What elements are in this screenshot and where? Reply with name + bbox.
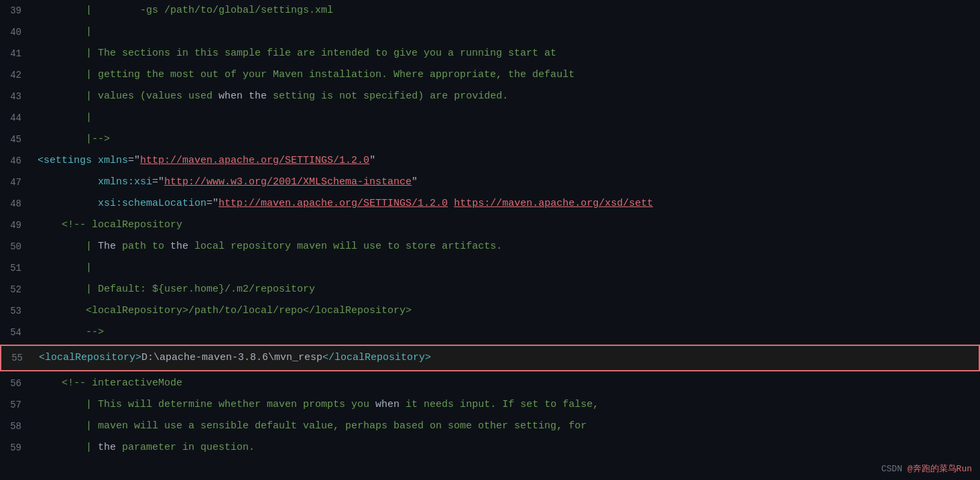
line-content-55: <localRepository>D:\apache-maven-3.8.6\m… [34, 346, 979, 370]
line-number-57: 57 [0, 394, 32, 416]
line-number-47: 47 [0, 172, 32, 193]
line-content-52: | Default: ${user.home}/.m2/repository [32, 279, 980, 300]
line-content-41: | The sections in this sample file are i… [32, 43, 980, 64]
code-line-39: 39 | -gs /path/to/global/settings.xml [0, 0, 980, 21]
line-content-50: | The path to the local repository maven… [32, 236, 980, 257]
code-line-57: 57 | This will determine whether maven p… [0, 394, 980, 416]
code-line-56: 56 <!-- interactiveMode [0, 373, 980, 394]
line-content-45: |--> [32, 129, 980, 150]
line-number-39: 39 [0, 0, 32, 21]
code-line-52: 52 | Default: ${user.home}/.m2/repositor… [0, 279, 980, 300]
watermark-username: @奔跑的菜鸟Run [908, 464, 972, 474]
line-content-47: xmlns:xsi="http://www.w3.org/2001/XMLSch… [32, 172, 980, 193]
code-editor: 39 | -gs /path/to/global/settings.xml 40… [0, 0, 980, 480]
code-line-50: 50 | The path to the local repository ma… [0, 236, 980, 257]
code-line-47: 47 xmlns:xsi="http://www.w3.org/2001/XML… [0, 172, 980, 193]
line-number-53: 53 [0, 300, 32, 322]
line-content-54: --> [32, 322, 980, 343]
code-line-54: 54 --> [0, 322, 980, 343]
code-line-53: 53 <localRepository>/path/to/local/repo<… [0, 300, 980, 322]
line-content-56: <!-- interactiveMode [32, 373, 980, 394]
line-number-56: 56 [0, 373, 32, 394]
line-content-42: | getting the most out of your Maven ins… [32, 64, 980, 86]
line-content-48: xsi:schemaLocation="http://maven.apache.… [32, 193, 980, 215]
line-content-39: | -gs /path/to/global/settings.xml [32, 0, 980, 21]
line-number-41: 41 [0, 43, 32, 64]
line-number-54: 54 [0, 322, 32, 343]
line-number-58: 58 [0, 416, 32, 437]
line-content-58: | maven will use a sensible default valu… [32, 416, 980, 437]
line-number-46: 46 [0, 150, 32, 172]
code-line-59: 59 | the parameter in question. [0, 437, 980, 459]
code-line-51: 51 | [0, 257, 980, 279]
line-number-43: 43 [0, 86, 32, 107]
code-line-42: 42 | getting the most out of your Maven … [0, 64, 980, 86]
code-line-58: 58 | maven will use a sensible default v… [0, 416, 980, 437]
line-content-40: | [32, 21, 980, 43]
line-number-55: 55 [1, 346, 34, 370]
code-line-49: 49 <!-- localRepository [0, 215, 980, 236]
line-content-44: | [32, 107, 980, 129]
line-number-59: 59 [0, 437, 32, 459]
line-number-51: 51 [0, 257, 32, 279]
line-number-45: 45 [0, 129, 32, 150]
code-line-46: 46 <settings xmlns="http://maven.apache.… [0, 150, 980, 172]
line-content-49: <!-- localRepository [32, 215, 980, 236]
line-content-59: | the parameter in question. [32, 437, 980, 459]
line-number-50: 50 [0, 236, 32, 257]
line-content-43: | values (values used when the setting i… [32, 86, 980, 107]
line-number-52: 52 [0, 279, 32, 300]
code-line-41: 41 | The sections in this sample file ar… [0, 43, 980, 64]
code-line-43: 43 | values (values used when the settin… [0, 86, 980, 107]
line-content-51: | [32, 257, 980, 279]
code-line-40: 40 | [0, 21, 980, 43]
line-number-40: 40 [0, 21, 32, 43]
code-line-44: 44 | [0, 107, 980, 129]
line-content-53: <localRepository>/path/to/local/repo</lo… [32, 300, 980, 322]
watermark: CSDN @奔跑的菜鸟Run [881, 463, 972, 475]
line-content-46: <settings xmlns="http://maven.apache.org… [32, 150, 980, 172]
line-number-42: 42 [0, 64, 32, 86]
code-line-45: 45 |--> [0, 129, 980, 150]
code-line-55-highlighted: 55 <localRepository>D:\apache-maven-3.8.… [0, 345, 980, 371]
line-content-57: | This will determine whether maven prom… [32, 394, 980, 416]
code-line-48: 48 xsi:schemaLocation="http://maven.apac… [0, 193, 980, 215]
line-number-44: 44 [0, 107, 32, 129]
line-number-49: 49 [0, 215, 32, 236]
line-number-48: 48 [0, 193, 32, 215]
